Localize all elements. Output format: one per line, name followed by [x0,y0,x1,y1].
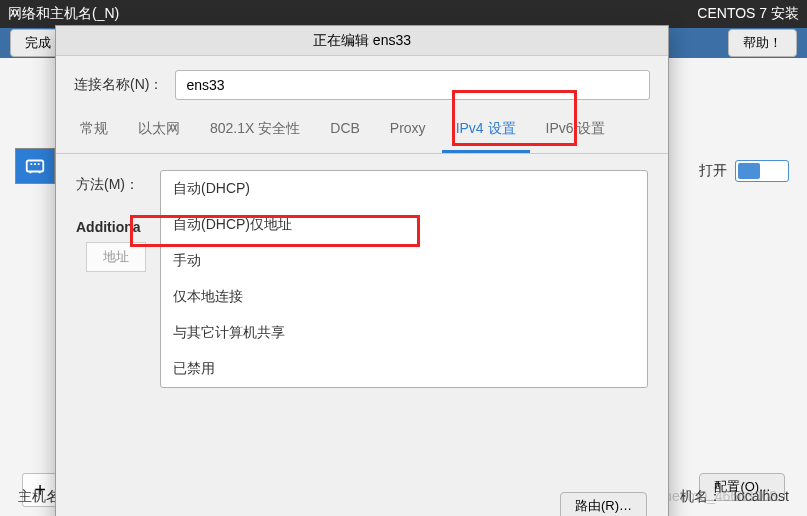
dialog-title: 正在编辑 ens33 [56,26,668,56]
window-titlebar: 网络和主机名(_N) CENTOS 7 安装 [0,0,807,28]
method-option-disabled[interactable]: 已禁用 [161,351,647,387]
tab-general[interactable]: 常规 [66,110,122,153]
method-option-auto-addr[interactable]: 自动(DHCP)仅地址 [161,207,647,243]
edit-connection-dialog: 正在编辑 ens33 连接名称(N)： 常规 以太网 802.1X 安全性 DC… [55,25,669,516]
tab-ethernet[interactable]: 以太网 [124,110,194,153]
tab-dcb[interactable]: DCB [316,110,374,153]
hostname-value: localhost [734,488,789,504]
connection-name-label: 连接名称(N)： [74,76,163,94]
method-option-shared[interactable]: 与其它计算机共享 [161,315,647,351]
toggle-label: 打开 [699,162,727,180]
tab-proxy[interactable]: Proxy [376,110,440,153]
title-right: CENTOS 7 安装 [697,5,799,23]
method-option-manual[interactable]: 手动 [161,243,647,279]
title-left: 网络和主机名(_N) [8,5,119,23]
method-dropdown-list: 自动(DHCP) 自动(DHCP)仅地址 手动 仅本地连接 与其它计算机共享 已… [160,170,648,388]
tab-8021x[interactable]: 802.1X 安全性 [196,110,314,153]
ethernet-icon[interactable] [15,148,55,184]
hostname-label: 主机名 [18,488,60,506]
address-column-header: 地址 [86,242,146,272]
routes-button-visible[interactable]: 路由(R)… [560,492,647,516]
ipv4-pane: 方法(M)： 自动(DHCP) 自动(DHCP)仅地址 手动 仅本地连接 与其它… [56,154,668,516]
connection-name-input[interactable] [175,70,650,100]
method-combo[interactable]: 自动(DHCP) 自动(DHCP)仅地址 手动 仅本地连接 与其它计算机共享 已… [160,170,648,388]
help-button[interactable]: 帮助！ [728,29,797,57]
connection-toggle[interactable] [735,160,789,182]
svg-rect-0 [27,161,44,172]
method-option-auto[interactable]: 自动(DHCP) [161,171,647,207]
hostname-right: 机名： localhost [680,488,789,506]
tab-ipv6[interactable]: IPv6 设置 [532,110,620,153]
additional-label: Additiona [76,219,141,235]
method-label: 方法(M)： [76,170,146,194]
settings-tabs: 常规 以太网 802.1X 安全性 DCB Proxy IPv4 设置 IPv6… [56,110,668,154]
method-option-link-local[interactable]: 仅本地连接 [161,279,647,315]
tab-ipv4[interactable]: IPv4 设置 [442,110,530,153]
